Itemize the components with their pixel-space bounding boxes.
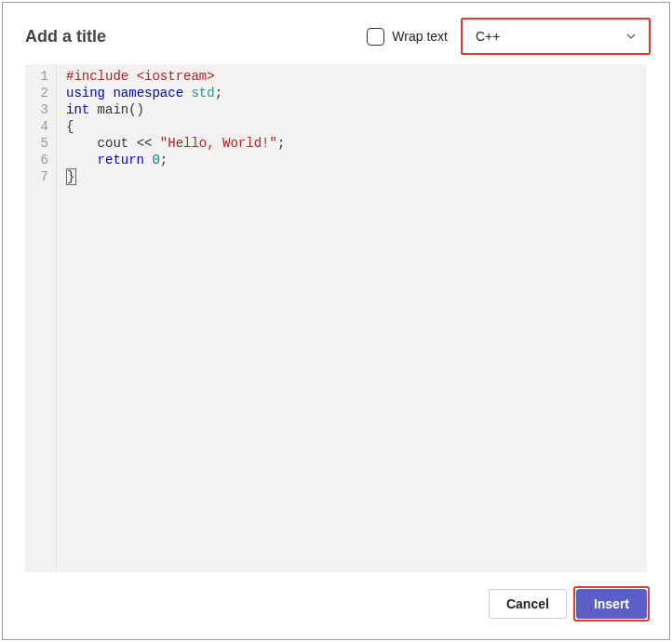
code-token: return [98, 153, 153, 167]
code-line[interactable]: int main() [66, 101, 638, 118]
chevron-down-icon [625, 30, 638, 43]
dialog-footer: Cancel Insert [3, 589, 669, 639]
cancel-button[interactable]: Cancel [489, 589, 567, 619]
wrap-text-label: Wrap text [392, 29, 448, 44]
language-select[interactable]: C++ [464, 21, 647, 51]
code-line[interactable]: cout << "Hello, World!"; [66, 135, 638, 152]
wrap-text-group: Wrap text [367, 28, 448, 46]
code-token: cout [66, 136, 137, 151]
code-token: "Hello, World!" [160, 136, 277, 151]
wrap-text-checkbox[interactable] [367, 28, 384, 46]
code-token: () [128, 102, 144, 117]
code-token [66, 153, 98, 167]
code-editor[interactable]: 1234567 #include <iostream>using namespa… [25, 64, 647, 572]
code-token: { [66, 119, 74, 134]
line-number: 7 [34, 168, 48, 185]
code-token: std [191, 86, 214, 100]
line-number: 2 [34, 85, 48, 101]
line-number-gutter: 1234567 [25, 64, 57, 572]
code-token: <iostream> [137, 69, 215, 84]
line-number: 5 [34, 135, 48, 152]
line-number: 6 [34, 152, 48, 168]
code-line[interactable]: #include <iostream> [66, 68, 638, 85]
cursor-position: } [66, 168, 76, 185]
code-snippet-dialog: Wrap text C++ 1234567 #include <iostream… [2, 2, 670, 640]
title-input[interactable] [25, 27, 356, 47]
code-line[interactable]: return 0; [66, 152, 638, 168]
code-line[interactable]: } [66, 168, 638, 185]
dialog-header: Wrap text C++ [3, 3, 669, 60]
code-token: ; [277, 136, 285, 151]
code-token: main [98, 102, 129, 117]
code-token: ; [160, 153, 168, 167]
insert-button-label: Insert [594, 596, 629, 611]
code-token: 0 [152, 153, 159, 167]
code-token: int [66, 102, 98, 117]
code-token: << [137, 136, 160, 151]
insert-button[interactable]: Insert [576, 589, 647, 619]
code-token: namespace [113, 86, 191, 100]
language-select-value: C++ [476, 29, 500, 44]
line-number: 4 [34, 118, 48, 135]
code-line[interactable]: using namespace std; [66, 85, 638, 101]
code-token: using [66, 86, 113, 100]
code-token: #include [66, 69, 137, 84]
code-token: ; [215, 86, 222, 100]
line-number: 1 [34, 68, 48, 85]
code-line[interactable]: { [66, 118, 638, 135]
line-number: 3 [34, 101, 48, 118]
code-body[interactable]: #include <iostream>using namespace std;i… [57, 64, 647, 572]
